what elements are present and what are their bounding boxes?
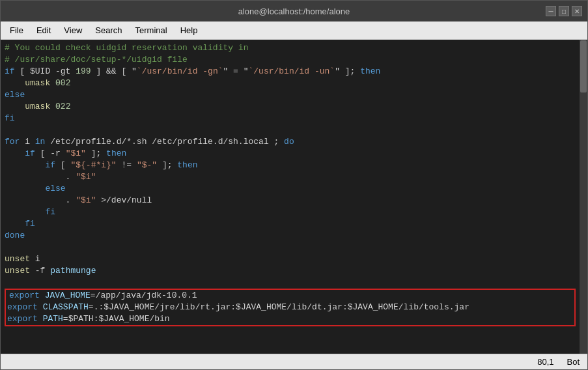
code-line: # /usr/share/doc/setup-*/uidgid file (5, 54, 576, 66)
window-title: alone@localhost:/home/alone (238, 7, 350, 16)
menu-help[interactable]: Help (174, 23, 204, 37)
export-line-2: export CLASSPATH=.:$JAVA_HOME/jre/lib/rt… (6, 302, 574, 313)
code-line: fi (5, 113, 576, 124)
code-line (5, 277, 576, 289)
cursor-position: 80,1 (537, 357, 553, 367)
maximize-button[interactable]: □ (559, 6, 569, 16)
menu-bar: File Edit View Search Terminal Help (1, 21, 587, 40)
title-bar: alone@localhost:/home/alone ─ □ ✕ (1, 1, 587, 21)
window-controls: ─ □ ✕ (546, 6, 582, 16)
status-bar: 80,1 Bot (1, 354, 587, 369)
code-line: # You could check uidgid reservation val… (5, 42, 576, 54)
code-line: unset -f pathmunge (5, 265, 576, 277)
code-line: for i in /etc/profile.d/*.sh /etc/profil… (5, 136, 576, 148)
scrollbar[interactable] (580, 40, 587, 354)
code-line: if [ -r "$i" ]; then (5, 148, 576, 160)
export-line-1: export JAVA_HOME=/app/java/jdk-10.0.1 (6, 290, 574, 302)
code-line: . "$i" (5, 171, 576, 183)
menu-search[interactable]: Search (89, 23, 128, 37)
code-line: if [ "${-#*i}" != "$-" ]; then (5, 160, 576, 171)
code-line: umask 022 (5, 101, 576, 113)
menu-terminal[interactable]: Terminal (129, 23, 174, 37)
code-area[interactable]: # You could check uidgid reservation val… (1, 40, 580, 354)
export-block: export JAVA_HOME=/app/java/jdk-10.0.1 ex… (5, 289, 576, 326)
code-line: fi (5, 218, 576, 230)
scroll-mode: Bot (567, 357, 580, 367)
code-line: umask 002 (5, 78, 576, 89)
code-line: fi (5, 206, 576, 218)
editor-body: # You could check uidgid reservation val… (1, 40, 587, 354)
code-line: if [ $UID -gt 199 ] && [ "`/usr/bin/id -… (5, 66, 576, 78)
code-line: . "$i" >/dev/null (5, 195, 576, 206)
code-line: else (5, 89, 576, 101)
menu-view[interactable]: View (57, 23, 89, 37)
close-button[interactable]: ✕ (572, 6, 582, 16)
scrollbar-thumb[interactable] (580, 40, 587, 92)
minimize-button[interactable]: ─ (546, 6, 556, 16)
code-line: done (5, 230, 576, 242)
menu-edit[interactable]: Edit (30, 23, 57, 37)
menu-file[interactable]: File (3, 23, 30, 37)
code-line: else (5, 183, 576, 195)
export-line-3: export PATH=$PATH:$JAVA_HOME/bin (6, 313, 574, 325)
terminal-window: alone@localhost:/home/alone ─ □ ✕ File E… (0, 0, 588, 370)
editor-container: # You could check uidgid reservation val… (1, 40, 587, 354)
code-line (5, 242, 576, 253)
code-line (5, 124, 576, 136)
code-line: unset i (5, 253, 576, 265)
